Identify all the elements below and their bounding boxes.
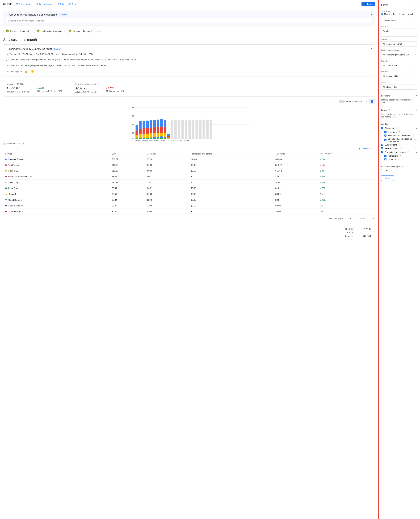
free-tiers-checkbox-label[interactable]: Free tiers ? [381,131,417,133]
subtotal-cell-5: $1.02 [273,185,318,191]
services-select[interactable]: All services (47) [381,74,417,79]
projects-select[interactable]: All projects (55) [381,63,417,68]
trend-icon-2: ↗ [6,59,8,62]
free-tiers-label: Free tiers [388,131,397,133]
discounts-expand[interactable]: ∧ [415,127,417,130]
discounts-label: Discounts [385,127,394,129]
spending-based-help[interactable]: ? [414,139,417,141]
promotions-others-help[interactable]: ? [407,151,409,153]
learn-button[interactable]: 🎓 Learn [361,2,375,6]
share-link[interactable]: 🔗 Share [68,3,77,5]
tax-checkbox-label[interactable]: Tax [381,169,417,171]
tab-last-invoice-by-service[interactable]: Last invoice by service [34,28,65,34]
labels-expand-icon[interactable]: ∨ [415,109,417,112]
invoice-month-radio[interactable]: Invoice month [398,13,413,15]
other-checkbox-label[interactable]: Other ? [381,158,417,161]
tax-checkbox[interactable] [381,169,383,171]
thumbs-up-button[interactable]: 👍 [24,69,28,74]
forecast-help-icon[interactable]: ? [97,83,99,86]
svg-rect-20 [143,134,145,138]
download-csv-button[interactable]: ⬇ Download CSV [359,148,375,150]
svg-rect-41 [160,138,163,139]
promotions-help[interactable]: ? [400,155,402,157]
tab-next-arrow[interactable]: › [96,29,101,33]
discounts-checkbox[interactable] [381,127,383,129]
subtotal-sort[interactable]: ↓ Subtotal [275,153,285,155]
tax-help-icon[interactable]: ? [351,231,353,234]
bar-chart-button[interactable]: ▐▌ [369,99,375,104]
print-link[interactable]: 🖨 Print [57,3,64,5]
tab-services-this-month[interactable]: Services – this month [3,28,33,34]
discounts-cell-9: $0.00 [145,209,189,215]
other-checkbox[interactable] [384,158,387,160]
locations-expand-icon[interactable]: ∨ [415,94,417,97]
thumbs-down-button[interactable]: 👎 [30,69,35,74]
promos-cell-6: $0.00 [189,191,273,197]
spending-based-checkbox-label[interactable]: Spending based discounts (contractual) ? [381,138,417,142]
rows-per-page-select[interactable]: 10 25 50 [346,217,352,220]
next-page-button[interactable]: › [372,216,375,221]
summary-title: Summary provided by Gemini Cloud Assist [9,48,52,50]
cost-cell-0: $88.81 [110,156,145,162]
sustained-use-checkbox-label[interactable]: Sustained use discounts ? [381,134,417,137]
gemini-input[interactable] [6,18,372,23]
summary-collapse-button[interactable]: ∧ [370,47,372,51]
promotions-expand[interactable]: ∧ [415,150,417,154]
promos-cell-5: $0.00 [189,185,273,191]
page-navigation: ‹ › [368,216,375,221]
projects-label: Projects [381,60,417,62]
cost-cell-8: $0.00 [110,203,145,209]
spending-based-label: Spending based discounts (contractual) [388,138,413,142]
promotions-checkbox-label[interactable]: Promotions ? [381,155,417,157]
reseller-margin-checkbox-label[interactable]: Reseller margin ? [381,147,417,149]
see-all-reports-link[interactable]: ☰ See all reports [16,3,32,5]
promotions-checkbox[interactable] [384,155,387,157]
group-by-select[interactable]: Service [381,29,417,34]
subaccounts-select[interactable]: All subaccounts (27) [381,41,417,47]
free-tiers-help[interactable]: ? [398,131,400,133]
other-help[interactable]: ? [394,158,397,161]
subscriptions-help[interactable]: ? [398,143,401,146]
discounts-help[interactable]: ? [395,127,398,130]
filters-title: Filters [381,4,388,7]
svg-rect-37 [157,138,159,139]
spending-based-checkbox[interactable] [384,139,387,141]
divider-2 [381,92,417,92]
reset-button[interactable]: Reset [381,175,394,181]
gemini-sparkle-icon: ✦ [6,14,8,16]
skus-select[interactable]: All SKUs (408) [381,84,417,89]
labels-desc: Select the key and values of the labels … [381,113,417,119]
change-cell-4: ↓ 6% [318,179,375,185]
filters-collapse-button[interactable]: › [413,3,417,7]
change-cell-5: ↓ 76% [318,185,375,191]
total-help-icon[interactable]: ? [351,235,353,237]
labels-help-icon[interactable]: ? [388,109,390,111]
subtotal-label: Subtotal [345,228,353,230]
tab-projects-this-month[interactable]: Projects – this month [66,28,95,34]
usage-date-radio[interactable]: Usage date [381,13,395,15]
sustained-use-checkbox[interactable] [384,134,387,137]
folders-select-wrap: All folders/organizations (28) [381,52,417,57]
promotions-others-checkbox-label[interactable]: Promotions and others ? [381,151,409,153]
discounts-checkbox-label[interactable]: Discounts ? [381,127,398,130]
reseller-margin-help[interactable]: ? [400,147,403,149]
line-chart-button[interactable]: ↗ [364,99,369,104]
subscriptions-checkbox-label[interactable]: Subscriptions ? [381,143,417,146]
cumulative-toggle-switch[interactable] [339,100,345,103]
promotions-others-checkbox[interactable] [381,151,383,153]
reseller-margin-checkbox[interactable] [381,147,383,149]
period-select[interactable]: Current month [381,18,417,23]
svg-rect-45 [164,138,166,139]
forecast-legend-help[interactable]: ? [22,142,24,145]
subscriptions-checkbox[interactable] [381,144,383,146]
folders-select[interactable]: All folders/organizations (28) [381,52,417,57]
change-help-icon[interactable]: ? [330,152,333,155]
generate-query-link[interactable]: 🔍 Generate query [36,3,53,5]
prev-page-button[interactable]: ‹ [368,216,371,221]
sustained-use-help[interactable]: ? [412,134,414,137]
gemini-collapse-button[interactable]: ∧ [370,13,372,16]
service-cell-7: ✱ Cloud Storage [3,197,110,203]
free-tiers-checkbox[interactable] [384,131,387,133]
metric-change2-value: ↑ 0.75% [106,87,124,89]
invoice-charges-help[interactable]: ? [401,165,404,168]
